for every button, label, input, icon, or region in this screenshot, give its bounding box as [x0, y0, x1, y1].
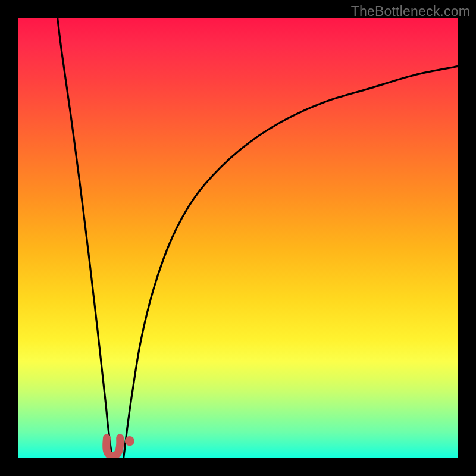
right-curve [124, 66, 458, 458]
curve-layer [18, 18, 458, 458]
u-marker [107, 438, 120, 456]
plot-area [18, 18, 458, 458]
marker-dot [125, 436, 134, 446]
left-curve [58, 18, 113, 458]
watermark-text: TheBottleneck.com [351, 4, 470, 20]
marker-dots [125, 436, 134, 446]
chart-frame: TheBottleneck.com [0, 0, 476, 476]
